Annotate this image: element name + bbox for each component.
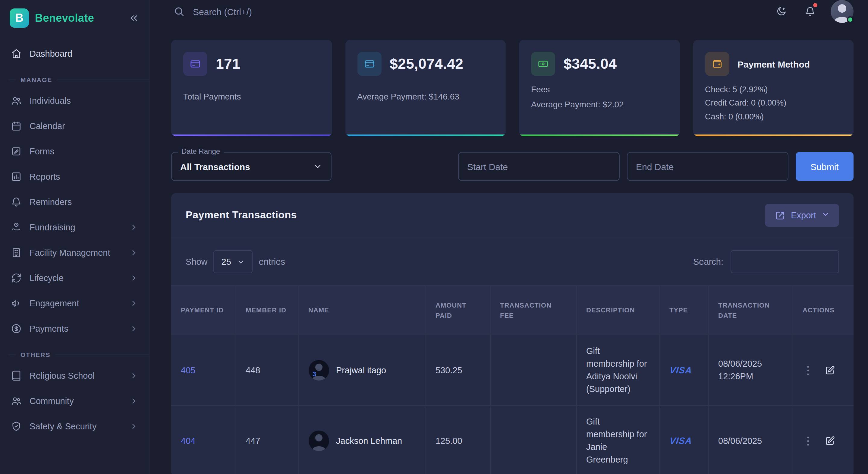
user-menu-button[interactable] <box>831 0 854 23</box>
date-range-value: All Transactions <box>180 161 313 172</box>
payment-id-link[interactable]: 405 <box>181 365 195 375</box>
visa-logo: VISA <box>669 434 692 447</box>
payment-method-credit-card: Credit Card: 0 (0.00%) <box>705 97 841 110</box>
wallet-icon <box>705 52 729 76</box>
moon-icon <box>776 5 786 18</box>
chevron-right-icon <box>130 397 138 405</box>
accent-bar <box>519 135 680 136</box>
external-link-icon <box>775 211 785 220</box>
sidebar-collapse-button[interactable] <box>128 13 139 24</box>
sidebar-item-facility-management[interactable]: Facility Management <box>0 240 149 265</box>
stat-card-total-amount: $25,074.42 Average Payment: $146.63 <box>345 40 506 136</box>
member-avatar <box>308 431 329 451</box>
sidebar-item-label: Religious School <box>30 371 95 381</box>
page-size-select[interactable]: 25 <box>214 250 253 273</box>
description-cell: Gift membership for Aditya Noolvi (Suppo… <box>576 335 659 406</box>
date-range-select[interactable]: Date Range All Transactions <box>171 152 332 181</box>
entries-label: entries <box>259 257 285 267</box>
table-search-input[interactable] <box>731 250 839 273</box>
sidebar-item-label: Lifecycle <box>30 273 64 283</box>
calendar-icon <box>11 121 22 131</box>
sidebar-item-forms[interactable]: Forms <box>0 139 149 164</box>
global-search-input[interactable] <box>193 6 374 17</box>
users-icon <box>11 395 22 407</box>
sidebar: B Benevolate Dashboard MANAGE Individual… <box>0 0 150 474</box>
online-status-dot <box>847 16 854 23</box>
col-name[interactable]: NAME <box>299 286 426 335</box>
description-cell: Gift membership for Janie Greenberg <box>576 406 659 474</box>
notifications-button[interactable] <box>802 3 818 20</box>
table-header-row: PAYMENT ID MEMBER ID NAME AMOUNT PAID TR… <box>171 286 854 335</box>
topbar <box>150 0 868 23</box>
col-amount-paid[interactable]: AMOUNT PAID <box>426 286 490 335</box>
accent-bar <box>171 135 332 136</box>
sidebar-item-label: Forms <box>30 147 54 156</box>
visa-logo: VISA <box>669 364 692 377</box>
transactions-table: PAYMENT ID MEMBER ID NAME AMOUNT PAID TR… <box>171 285 854 474</box>
end-date-input[interactable] <box>627 152 788 181</box>
table-search-label: Search: <box>693 257 723 267</box>
fees-label: Fees <box>531 84 668 94</box>
submit-button[interactable]: Submit <box>796 152 854 181</box>
chevron-right-icon <box>130 223 138 232</box>
col-description[interactable]: DESCRIPTION <box>576 286 659 335</box>
sidebar-item-fundraising[interactable]: Fundraising <box>0 215 149 240</box>
sidebar-item-community[interactable]: Community <box>0 388 149 414</box>
sidebar-item-label: Reminders <box>30 197 72 207</box>
edit-button[interactable] <box>824 436 835 446</box>
payment-transactions-panel: Payment Transactions Export Show 25 entr… <box>171 193 854 474</box>
sidebar-item-label: Community <box>30 396 74 406</box>
sidebar-item-lifecycle[interactable]: Lifecycle <box>0 265 149 291</box>
col-type[interactable]: TYPE <box>659 286 708 335</box>
sidebar-item-label: Individuals <box>30 96 71 106</box>
kebab-menu-icon[interactable]: ⋮ <box>803 365 813 376</box>
sidebar-header: B Benevolate <box>0 0 149 36</box>
stat-card-total-payments: 171 Total Payments <box>171 40 332 136</box>
member-id-cell: 448 <box>236 335 299 406</box>
sidebar-item-safety-security[interactable]: Safety & Security <box>0 414 149 439</box>
export-button[interactable]: Export <box>765 204 839 227</box>
transaction-date-cell: 08/06/2025 12:26PM <box>708 335 793 406</box>
main-content: 171 Total Payments $25,074.42 Average Pa… <box>150 23 868 474</box>
edit-button[interactable] <box>824 365 835 375</box>
dollar-circle-icon <box>11 323 22 334</box>
bell-icon <box>805 5 815 18</box>
sidebar-item-payments[interactable]: Payments <box>0 316 149 341</box>
member-avatar: 3 <box>308 360 329 381</box>
sidebar-item-engagement[interactable]: Engagement <box>0 291 149 316</box>
sidebar-item-religious-school[interactable]: Religious School <box>0 363 149 388</box>
dark-mode-toggle[interactable] <box>773 3 789 20</box>
col-member-id[interactable]: MEMBER ID <box>236 286 299 335</box>
home-icon <box>11 48 22 59</box>
payment-id-link[interactable]: 404 <box>181 436 195 445</box>
chevron-right-icon <box>130 324 138 333</box>
form-edit-icon <box>11 146 22 157</box>
fees-average-label: Average Payment: $2.02 <box>531 99 668 109</box>
chevron-down-icon <box>237 258 245 266</box>
col-transaction-fee[interactable]: TRANSACTION FEE <box>490 286 576 335</box>
sidebar-item-reports[interactable]: Reports <box>0 164 149 189</box>
chevron-down-icon <box>313 161 322 171</box>
col-payment-id[interactable]: PAYMENT ID <box>171 286 236 335</box>
double-chevron-left-icon <box>128 13 139 24</box>
hand-heart-icon <box>11 222 22 233</box>
total-amount-value: $25,074.42 <box>390 56 463 72</box>
sidebar-item-reminders[interactable]: Reminders <box>0 189 149 215</box>
chevron-right-icon <box>130 422 138 431</box>
bar-chart-icon <box>11 171 22 182</box>
start-date-input[interactable] <box>458 152 620 181</box>
kebab-menu-icon[interactable]: ⋮ <box>803 436 813 446</box>
sidebar-item-label: Reports <box>30 172 60 181</box>
stat-card-fees: $345.04 Fees Average Payment: $2.02 <box>519 40 680 136</box>
sidebar-item-dashboard[interactable]: Dashboard <box>0 41 149 66</box>
sidebar-item-calendar[interactable]: Calendar <box>0 113 149 139</box>
megaphone-icon <box>11 298 22 309</box>
average-payment-label: Average Payment: $146.63 <box>357 92 494 101</box>
sidebar-item-individuals[interactable]: Individuals <box>0 88 149 113</box>
transaction-fee-cell <box>490 335 576 406</box>
edit-icon <box>824 365 835 375</box>
building-icon <box>11 247 22 258</box>
bell-icon <box>11 197 22 207</box>
col-transaction-date[interactable]: TRANSACTION DATE <box>708 286 793 335</box>
chevron-right-icon <box>130 274 138 282</box>
